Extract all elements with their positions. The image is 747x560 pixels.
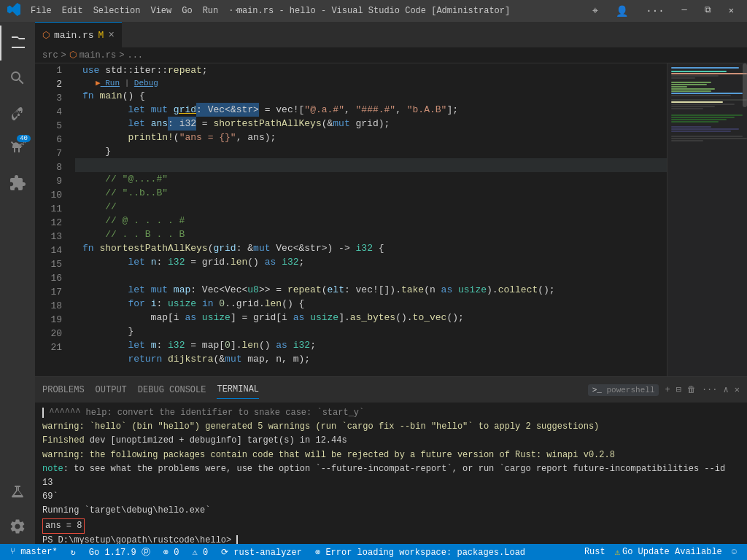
split-terminal-button[interactable]: ⊟ bbox=[676, 384, 681, 395]
code-editor[interactable]: use std::iter::repeat; ▶ Run | Debug fn … bbox=[75, 63, 667, 376]
tab-close-button[interactable]: × bbox=[108, 29, 114, 41]
line-num-5: 5 bbox=[35, 119, 68, 133]
ans-output: ans = 8 bbox=[42, 518, 85, 534]
terminal-prompt: PS D:\mysetup\gopath\rustcode\hello> bbox=[42, 535, 236, 544]
tab-main-rs[interactable]: ⬡ main.rs M × bbox=[35, 22, 122, 47]
tab-terminal[interactable]: TERMINAL bbox=[217, 381, 259, 399]
errors-count[interactable]: ⊗ 0 bbox=[160, 547, 182, 558]
panel-tab-bar: PROBLEMS OUTPUT DEBUG CONSOLE TERMINAL >… bbox=[35, 377, 747, 402]
terminal-content[interactable]: ^^^^^^ help: convert the identifier to s… bbox=[35, 402, 747, 544]
vscode-logo-icon bbox=[7, 3, 20, 20]
debug-badge: 40 bbox=[17, 135, 31, 142]
main-container: 40 ⬡ main.rs M × src > ⬡ main.rs bbox=[0, 22, 747, 544]
add-terminal-button[interactable]: + bbox=[665, 385, 670, 395]
line-num-8: 8 bbox=[35, 160, 68, 174]
finished-word: Finished bbox=[42, 435, 85, 446]
activity-testing[interactable] bbox=[0, 474, 35, 509]
editor-area: ⬡ main.rs M × src > ⬡ main.rs > ... 1 2 … bbox=[35, 22, 747, 544]
close-panel-button[interactable]: ✕ bbox=[735, 384, 740, 395]
code-line-5: println!("ans = {}", ans); bbox=[75, 131, 667, 144]
accounts-icon[interactable]: 👤 bbox=[610, 4, 634, 19]
window-controls: ⌖ 👤 ··· — ⧉ ✕ bbox=[587, 4, 740, 19]
language-mode[interactable]: Rust bbox=[581, 547, 608, 558]
go-version[interactable]: Go 1.17.9 ⓟ bbox=[86, 546, 153, 559]
line-num-11: 11 bbox=[35, 202, 68, 216]
menu-run[interactable]: Run bbox=[198, 4, 223, 18]
activity-search[interactable] bbox=[0, 61, 35, 96]
tab-problems[interactable]: PROBLEMS bbox=[42, 381, 85, 399]
code-line-4: let ans: i32 = shortestPathAllKeys(&mut … bbox=[75, 117, 667, 131]
code-line-7 bbox=[75, 158, 667, 172]
breadcrumb-src[interactable]: src bbox=[42, 50, 58, 61]
activity-extensions[interactable] bbox=[0, 166, 35, 201]
terminal-cursor-line: ^^^^^^ help: convert the identifier to s… bbox=[42, 406, 740, 420]
activity-explorer[interactable] bbox=[0, 26, 35, 61]
tab-debug-console[interactable]: DEBUG CONSOLE bbox=[138, 381, 206, 399]
line-num-21: 21 bbox=[35, 341, 68, 354]
breadcrumb: src > ⬡ main.rs > ... bbox=[35, 47, 747, 63]
line-num-7: 7 bbox=[35, 147, 68, 160]
error-message[interactable]: ⊗ Error loading workspace: packages.Load… bbox=[312, 547, 531, 558]
cursor bbox=[42, 408, 44, 418]
debug-link[interactable]: Debug bbox=[134, 77, 158, 90]
code-line-1: use std::iter::repeat; bbox=[75, 63, 667, 77]
activity-bar: 40 bbox=[0, 22, 35, 544]
tab-modified: M bbox=[98, 30, 104, 41]
line-num-14: 14 bbox=[35, 244, 68, 257]
line-num-17: 17 bbox=[35, 285, 68, 299]
feedback-button[interactable]: ☺ bbox=[729, 547, 740, 558]
go-update[interactable]: ⚠ Go Update Available bbox=[612, 547, 725, 558]
menu-selection[interactable]: Selection bbox=[89, 4, 145, 18]
code-line-17: for i: usize in 0..grid.len() { bbox=[75, 297, 667, 311]
activity-source-control[interactable] bbox=[0, 96, 35, 131]
rust-analyzer[interactable]: ⟳ rust-analyzer bbox=[218, 547, 305, 558]
activity-settings[interactable] bbox=[0, 509, 35, 544]
code-line-14: let n: i32 = grid.len() as i32; bbox=[75, 255, 667, 269]
menu-edit[interactable]: Edit bbox=[58, 4, 88, 18]
tab-output[interactable]: OUTPUT bbox=[96, 381, 127, 399]
editor-body: 1 2 3 4 5 6 7 8 9 10 11 12 13 14 15 16 1… bbox=[35, 63, 747, 376]
code-line-16: let mut map: Vec<Vec<u8>> = repeat(elt: … bbox=[75, 283, 667, 297]
panel-controls: >_ powershell + ⊟ 🗑 ··· ∧ ✕ bbox=[588, 384, 740, 396]
prompt-line: PS D:\mysetup\gopath\rustcode\hello> bbox=[42, 534, 740, 544]
note-line: note: to see what the problems were, use… bbox=[42, 462, 740, 490]
breadcrumb-more[interactable]: ... bbox=[127, 50, 143, 61]
code-line-19: } bbox=[75, 324, 667, 338]
minimap bbox=[667, 63, 747, 376]
minimize-button[interactable]: — bbox=[676, 4, 693, 19]
rust-file-icon: ⬡ bbox=[42, 30, 50, 41]
titlebar: File Edit Selection View Go Run ··· main… bbox=[0, 0, 747, 22]
git-branch[interactable]: ⑂ master* bbox=[7, 547, 61, 557]
run-link[interactable]: Run bbox=[101, 77, 120, 90]
code-line-9: // "..b..B" bbox=[75, 186, 667, 200]
line-num-18: 18 bbox=[35, 299, 68, 313]
menu-go[interactable]: Go bbox=[177, 4, 196, 18]
running-line: Running `target\debug\hello.exe` bbox=[42, 504, 740, 518]
code-line-3: let mut grid: Vec<&str> = vec!["@.a.#", … bbox=[75, 103, 667, 117]
line-num-6: 6 bbox=[35, 133, 68, 147]
menu-file[interactable]: File bbox=[26, 4, 56, 18]
line-num-13: 13 bbox=[35, 230, 68, 244]
sync-button[interactable]: ↻ bbox=[68, 547, 79, 558]
line-num-12: 12 bbox=[35, 216, 68, 230]
activity-run-debug[interactable]: 40 bbox=[0, 131, 35, 166]
warnings-count[interactable]: ⚠ 0 bbox=[190, 547, 212, 558]
kill-terminal-button[interactable]: 🗑 bbox=[687, 384, 696, 395]
maximize-button[interactable]: ⧉ bbox=[699, 4, 717, 19]
warning-line-2: warning: the following packages contain … bbox=[42, 448, 740, 462]
line-num-20: 20 bbox=[35, 327, 68, 341]
status-bar: ⑂ master* ↻ Go 1.17.9 ⓟ ⊗ 0 ⚠ 0 ⟳ rust-a… bbox=[0, 544, 747, 560]
more-terminal-button[interactable]: ··· bbox=[702, 385, 718, 395]
minimap-content bbox=[667, 63, 747, 376]
line-num-3: 3 bbox=[35, 91, 68, 105]
line-num-9: 9 bbox=[35, 174, 68, 188]
code-line-20: let m: i32 = map[0].len() as i32; bbox=[75, 338, 667, 352]
menu-view[interactable]: View bbox=[146, 4, 176, 18]
code-line-2: fn main() { bbox=[75, 89, 667, 103]
close-button[interactable]: ✕ bbox=[723, 4, 740, 19]
more-icon[interactable]: ··· bbox=[640, 4, 670, 19]
maximize-panel-button[interactable]: ∧ bbox=[724, 384, 729, 395]
note-line-2: 69` bbox=[42, 490, 740, 504]
menu-bar: File Edit Selection View Go Run ··· bbox=[26, 4, 249, 18]
breadcrumb-file[interactable]: main.rs bbox=[80, 50, 116, 61]
